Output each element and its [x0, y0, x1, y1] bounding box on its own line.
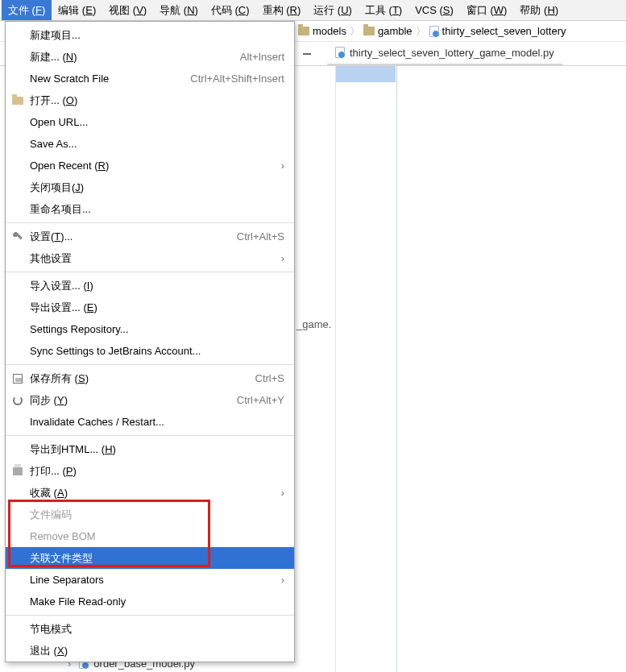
menu-item[interactable]: Open URL...	[6, 111, 294, 133]
print-icon	[10, 467, 25, 475]
menu-item-label: 文件编码	[30, 508, 284, 522]
menu-item-label: 设置(T)...	[30, 230, 237, 244]
menu-item-label: 导入设置... (I)	[30, 279, 284, 293]
menu-item[interactable]: 关闭项目(J)	[6, 176, 294, 198]
menu-item-label: 节电模式	[30, 622, 284, 637]
menu-item-label: 新建... (N)	[30, 50, 240, 64]
menu-item-label: 关联文件类型	[30, 551, 284, 566]
menu-item-label: Open URL...	[30, 116, 284, 128]
menu-tools[interactable]: 工具 (T)	[359, 0, 408, 20]
chevron-right-icon: ›	[281, 574, 284, 586]
menu-item-label: 导出设置... (E)	[30, 301, 284, 315]
chevron-right-icon: ›	[281, 487, 284, 499]
python-file-icon	[335, 47, 345, 58]
menu-shortcut: Ctrl+Alt+S	[237, 230, 284, 243]
menu-file[interactable]: 文件 (F)	[2, 0, 52, 20]
menu-item[interactable]: 其他设置›	[6, 247, 294, 269]
menu-view[interactable]: 视图 (V)	[102, 0, 153, 20]
right-margin-line	[396, 66, 397, 672]
menu-item[interactable]: 保存所有 (S)Ctrl+S	[6, 367, 294, 389]
folder-icon	[298, 27, 309, 35]
menu-item[interactable]: 收藏 (A)›	[6, 482, 294, 504]
menu-item-label: Save As...	[30, 138, 284, 150]
menu-separator	[6, 435, 294, 436]
menu-item[interactable]: Line Separators›	[6, 569, 294, 591]
folder-icon	[363, 27, 375, 35]
menu-separator	[6, 615, 294, 616]
menu-run[interactable]: 运行 (U)	[307, 0, 359, 20]
chevron-right-icon: 〉	[416, 24, 426, 39]
menu-item[interactable]: 关联文件类型	[6, 547, 294, 569]
menu-item: 文件编码	[6, 504, 294, 525]
menu-item-label: 同步 (Y)	[30, 393, 237, 408]
menu-file-mn: F	[35, 4, 42, 16]
minus-icon	[303, 53, 311, 55]
menu-item[interactable]: Save As...	[6, 133, 294, 155]
menu-item-label: 导出到HTML... (H)	[30, 442, 284, 457]
menu-code[interactable]: 代码 (C)	[205, 0, 256, 20]
breadcrumb-item[interactable]: gamble	[378, 25, 412, 37]
menu-item[interactable]: Settings Repository...	[6, 318, 294, 340]
sync-icon	[10, 396, 25, 405]
menu-item[interactable]: New Scratch FileCtrl+Alt+Shift+Insert	[6, 68, 294, 89]
menu-file-suffix: )	[42, 4, 45, 16]
menu-item-label: Settings Repository...	[30, 323, 284, 335]
menu-item-label: 打印... (P)	[30, 464, 284, 479]
menu-item[interactable]: 设置(T)...Ctrl+Alt+S	[6, 226, 294, 247]
menu-item[interactable]: 同步 (Y)Ctrl+Alt+Y	[6, 389, 294, 411]
menu-item[interactable]: 导出到HTML... (H)	[6, 438, 294, 460]
menu-item-label: 重命名项目...	[30, 202, 284, 217]
menu-navigate[interactable]: 导航 (N)	[153, 0, 205, 20]
menu-shortcut: Ctrl+Alt+Shift+Insert	[190, 73, 284, 85]
menubar: 文件 (F) 编辑 (E) 视图 (V) 导航 (N) 代码 (C) 重构 (R…	[0, 0, 626, 21]
menu-item-label: 保存所有 (S)	[30, 371, 255, 386]
menu-help[interactable]: 帮助 (H)	[513, 0, 565, 20]
cut-text: _game.	[296, 318, 331, 330]
chevron-right-icon: 〉	[350, 24, 360, 39]
menu-separator	[6, 222, 294, 223]
menu-item-label: Invalidate Caches / Restart...	[30, 416, 284, 428]
menu-separator	[6, 272, 294, 272]
menu-shortcut: Alt+Insert	[240, 51, 284, 63]
python-file-icon	[429, 26, 439, 37]
file-menu-dropdown: 新建项目...新建... (N)Alt+InsertNew Scratch Fi…	[5, 21, 295, 662]
menu-item-label: New Scratch File	[30, 73, 190, 85]
menu-item[interactable]: 退出 (X)	[6, 640, 294, 662]
menu-item[interactable]: 节电模式	[6, 618, 294, 640]
wrench-icon	[10, 231, 25, 243]
menu-file-prefix: 文件 (	[8, 3, 35, 18]
menu-item[interactable]: 打印... (P)	[6, 460, 294, 482]
breadcrumb-item[interactable]: models	[313, 25, 346, 37]
menu-item[interactable]: 重命名项目...	[6, 198, 294, 220]
menu-item[interactable]: 导出设置... (E)	[6, 297, 294, 318]
menu-window[interactable]: 窗口 (W)	[460, 0, 514, 20]
menu-shortcut: Ctrl+Alt+Y	[237, 394, 284, 406]
menu-item-label: 打开... (O)	[30, 93, 284, 108]
menu-item[interactable]: Sync Settings to JetBrains Account...	[6, 340, 294, 362]
menu-item[interactable]: 新建项目...	[6, 24, 294, 46]
chevron-right-icon: ›	[281, 252, 284, 264]
menu-item[interactable]: 新建... (N)Alt+Insert	[6, 46, 294, 68]
menu-item: Remove BOM	[6, 525, 294, 547]
menu-item[interactable]: 导入设置... (I)	[6, 275, 294, 297]
editor-tab[interactable]: thirty_select_seven_lottery_game_model.p…	[327, 42, 562, 66]
gutter-line	[335, 66, 336, 672]
collapse-button[interactable]	[298, 45, 316, 63]
menu-edit[interactable]: 编辑 (E)	[52, 0, 102, 20]
breadcrumb-item[interactable]: thirty_select_seven_lottery	[442, 25, 566, 37]
menu-item[interactable]: 打开... (O)	[6, 89, 294, 111]
open-icon	[10, 97, 25, 105]
menu-item[interactable]: Make File Read-only	[6, 591, 294, 612]
chevron-right-icon: ›	[281, 160, 284, 172]
menu-shortcut: Ctrl+S	[255, 372, 284, 384]
menu-item-label: 其他设置	[30, 251, 284, 266]
menu-item[interactable]: Invalidate Caches / Restart...	[6, 411, 294, 433]
menu-item-label: 新建项目...	[30, 28, 284, 43]
menu-item-label: 退出 (X)	[30, 644, 284, 658]
menu-item-label: Open Recent (R)	[30, 160, 284, 172]
menu-refactor[interactable]: 重构 (R)	[256, 0, 308, 20]
menu-item-label: 关闭项目(J)	[30, 180, 284, 195]
menu-vcs[interactable]: VCS (S)	[408, 0, 460, 20]
menu-item-label: Make File Read-only	[30, 595, 284, 608]
menu-item[interactable]: Open Recent (R)›	[6, 155, 294, 176]
